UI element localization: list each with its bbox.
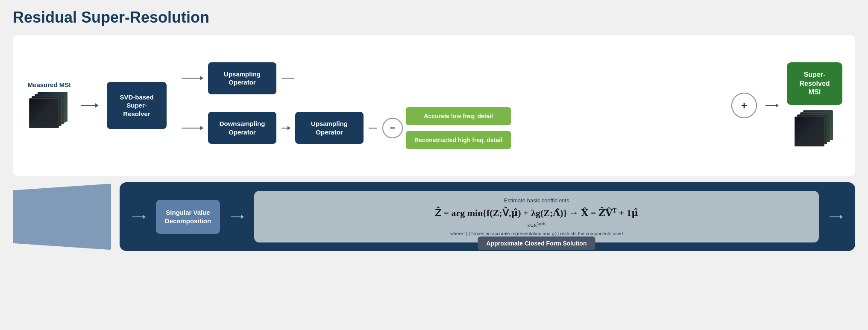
svd-resolver-block: SVD-basedSuper-Resolver <box>107 82 167 129</box>
arrowhead-1 <box>200 76 203 80</box>
super-resolved-group: Super-ResolvedMSI <box>787 62 842 149</box>
minus-operator: − <box>382 118 403 138</box>
out-img-layer-4 <box>795 117 824 146</box>
reconstructed-detail-block: Reconstructed high freq. detail <box>406 131 511 149</box>
bottom-content-box: Singular ValueDecomposition Estimate bas… <box>120 182 855 251</box>
bottom-section: Singular ValueDecomposition Estimate bas… <box>13 182 855 251</box>
page-title: Residual Super-Resolution <box>13 9 855 26</box>
super-resolved-block: Super-ResolvedMSI <box>787 62 842 105</box>
green-blocks-area: Accurate low freq. detail Reconstructed … <box>406 107 511 149</box>
arrow-svd-to-downsamp <box>182 128 203 128</box>
output-image-stack <box>795 110 835 149</box>
arrow-upsamp2-to-minus <box>369 128 377 128</box>
arrowhead-formula <box>241 215 244 219</box>
arrow-plus-to-output <box>765 105 778 106</box>
top-branch: UpsamplingOperator <box>182 62 723 94</box>
upsampling-bottom-block: UpsamplingOperator <box>295 112 364 144</box>
arrowhead-2 <box>200 126 203 130</box>
arrow-svd-to-upsamp-top <box>182 78 203 79</box>
arrow-svd-to-formula <box>231 216 243 217</box>
main-container: Residual Super-Resolution Measured MSI S… <box>0 0 868 330</box>
formula-box: Estimate basis coefficients Ẑ = arg min{… <box>254 191 819 242</box>
zoom-wedge <box>13 184 111 250</box>
accurate-detail-block: Accurate low freq. detail <box>406 107 511 125</box>
diagram-area: Measured MSI SVD-basedSuper-Resolver <box>13 35 855 176</box>
bottom-branch: DownsamplingOperator UpsamplingOperator … <box>182 107 723 149</box>
svd-small-block: Singular ValueDecomposition <box>156 200 220 234</box>
arrowhead-4 <box>776 103 779 108</box>
arrow-out-formula <box>830 216 842 217</box>
formula-constraint: Z∈RNp×K <box>528 222 546 228</box>
measured-msi-group: Measured MSI <box>26 81 73 130</box>
formula-math: Ẑ = arg min{f(Z;V̂,μ̂) + λg(Z;Λ̂)} → X̂ … <box>435 207 638 219</box>
arrow-in-svd <box>132 216 145 217</box>
top-diagram: Measured MSI SVD-basedSuper-Resolver <box>13 35 855 176</box>
arrow-upsamp-to-plus <box>282 78 294 79</box>
flow-area: UpsamplingOperator DownsamplingOperator … <box>175 46 723 165</box>
measured-msi-label: Measured MSI <box>28 81 71 88</box>
formula-title: Estimate basis coefficients <box>504 197 569 204</box>
arrowhead-3 <box>287 126 290 130</box>
arrowhead-out <box>840 215 843 219</box>
plus-operator: + <box>731 93 757 118</box>
formula-description: where f(·) forces an accurate representa… <box>450 231 623 236</box>
downsampling-block: DownsamplingOperator <box>208 112 276 144</box>
closed-form-badge: Approximate Closed Form Solution <box>478 237 595 250</box>
img-layer-4 <box>29 98 59 128</box>
msi-image-stack <box>29 92 70 130</box>
upsampling-top-block: UpsamplingOperator <box>208 62 276 94</box>
arrow-msi-to-svd <box>81 105 98 106</box>
arrow-down-to-upsamp2 <box>282 128 290 128</box>
arrowhead-svd <box>143 215 146 219</box>
